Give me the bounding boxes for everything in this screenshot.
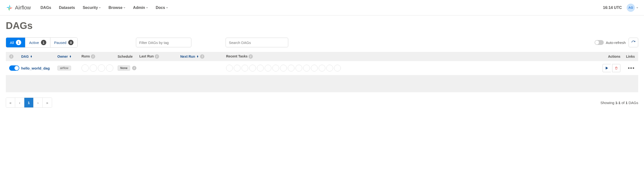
filter-active-button[interactable]: Active 1 [25,38,50,47]
nav-browse[interactable]: Browse [108,6,125,10]
pager-last-button[interactable]: » [43,98,52,107]
task-circle [334,65,341,71]
more-links-button[interactable]: ••• [628,65,635,71]
task-circle [319,65,325,71]
pager-first-button[interactable]: « [6,98,15,107]
nav-docs[interactable]: Docs [156,6,168,10]
run-circle [82,65,89,72]
sort-icon: ▲▼ [70,55,72,58]
chevron-down-icon [146,7,148,9]
schedule-badge[interactable]: None [118,65,130,71]
pager-prev-button[interactable]: ‹ [15,98,24,107]
table-padding [6,75,638,92]
task-circle [311,65,318,71]
clock[interactable]: 16:14 UTC [603,6,622,10]
filter-paused-count: 0 [68,40,74,45]
task-circle [249,65,256,71]
refresh-button[interactable] [628,38,638,47]
task-circle [242,65,248,71]
toggle-off-icon [594,40,604,45]
nav-links: DAGs Datasets Security Browse Admin Docs [40,6,603,10]
dag-id-link[interactable]: hello_world_dag [21,66,50,70]
refresh-icon [631,40,636,45]
nav-dags[interactable]: DAGs [40,6,51,10]
avatar: AG [627,4,635,12]
task-circle [326,65,333,71]
runs-circles[interactable] [82,65,118,72]
filter-active-count: 1 [41,40,46,45]
brand-name: Airflow [15,5,31,11]
dag-pause-toggle[interactable] [9,65,19,71]
task-circle [257,65,264,71]
trigger-dag-button[interactable] [602,64,611,72]
tag-filter-input[interactable] [136,38,191,47]
info-icon[interactable]: i [200,54,204,59]
info-icon[interactable]: i [9,54,14,59]
task-circle [226,65,233,71]
status-filter-group: All 1 Active 1 Paused 0 [6,37,78,48]
task-circle [303,65,310,71]
nav-security[interactable]: Security [83,6,101,10]
airflow-logo-icon [6,4,13,11]
nav-admin[interactable]: Admin [133,6,148,10]
dag-table: i DAG ▲▼ Owner ▲▼ Runs i Schedule Last R… [6,52,638,92]
run-circle [98,65,105,72]
pager-page-button[interactable]: 1 [24,98,34,107]
task-circle [272,65,279,71]
pagination-row: « ‹ 1 › » Showing 1-1 of 1 DAGs [6,98,638,108]
filter-paused-button[interactable]: Paused 0 [50,38,78,47]
info-icon[interactable]: i [248,54,253,59]
task-circle [265,65,272,71]
trash-icon [614,66,618,70]
info-icon[interactable]: i [155,54,159,59]
navbar: Airflow DAGs Datasets Security Browse Ad… [0,0,644,16]
pager-next-button[interactable]: › [34,98,43,107]
col-recent-tasks: Recent Tasks i [226,54,594,59]
task-circle [234,65,240,71]
table-row: hello_world_dag airflow None i [6,61,638,75]
run-circle [90,65,97,72]
col-owner[interactable]: Owner ▲▼ [57,55,82,58]
auto-refresh-toggle[interactable]: Auto-refresh [594,40,626,45]
nav-right: 16:14 UTC AG [603,4,638,12]
col-schedule: Schedule [118,55,139,58]
chevron-down-icon [124,7,125,9]
play-icon [606,67,608,70]
run-circle [106,65,113,72]
chevron-down-icon [166,7,168,9]
task-circle [288,65,294,71]
pager: « ‹ 1 › » [6,98,52,108]
col-runs: Runs i [82,54,118,59]
recent-tasks-circles[interactable] [226,65,594,71]
sort-icon: ▲▼ [30,55,32,58]
col-dag[interactable]: DAG ▲▼ [21,55,57,58]
table-header: i DAG ▲▼ Owner ▲▼ Runs i Schedule Last R… [6,52,638,61]
info-icon[interactable]: i [91,54,95,59]
owner-badge[interactable]: airflow [57,66,71,71]
sort-icon: ▲▼ [196,55,198,58]
chevron-down-icon [636,7,638,9]
task-circle [280,65,287,71]
page-title: DAGs [6,20,638,31]
search-input[interactable] [226,38,288,47]
col-actions: Actions [594,55,620,58]
filter-all-count: 1 [16,40,21,45]
brand[interactable]: Airflow [6,4,31,11]
chevron-down-icon [99,7,101,9]
showing-text: Showing 1-1 of 1 DAGs [600,101,638,105]
filter-all-button[interactable]: All 1 [6,38,25,47]
nav-datasets[interactable]: Datasets [59,6,75,10]
filter-bar: All 1 Active 1 Paused 0 Auto-refresh [6,37,638,48]
col-next-run[interactable]: Next Run ▲▼ i [180,54,226,59]
col-links: Links [620,55,635,58]
task-circle [296,65,302,71]
delete-dag-button[interactable] [612,64,620,72]
info-icon[interactable]: i [132,66,136,70]
col-last-run: Last Run i [139,54,180,59]
user-menu[interactable]: AG [627,4,638,12]
